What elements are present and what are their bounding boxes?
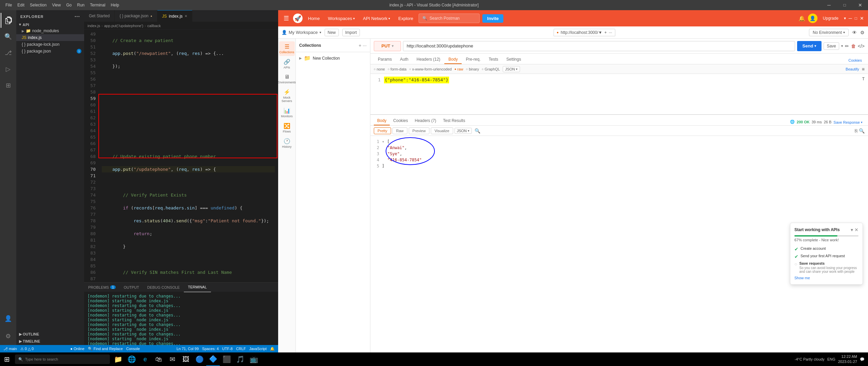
resp-search-icon[interactable]: 🔍 bbox=[859, 128, 865, 134]
postman-hamburger[interactable]: ☰ bbox=[282, 13, 290, 23]
status-branch[interactable]: ⎇ main bbox=[3, 347, 17, 351]
sidebar-item-flows[interactable]: 🔀 Flows bbox=[279, 121, 295, 135]
resp-subtab-pretty[interactable]: Pretty bbox=[374, 127, 391, 134]
workspace-settings-icon[interactable]: ⚙ bbox=[860, 30, 865, 35]
tab-terminal[interactable]: TERMINAL bbox=[184, 283, 211, 292]
method-selector[interactable]: PUT ▾ bbox=[374, 41, 401, 51]
activity-accounts[interactable]: 👤 bbox=[1, 311, 16, 326]
windows-start-btn[interactable]: ⊞ bbox=[0, 352, 14, 366]
save-arrow-icon[interactable]: ▾ bbox=[841, 44, 843, 48]
postman-upgrade-btn[interactable]: Upgrade bbox=[820, 15, 841, 22]
terminal-content[interactable]: [nodemon] restarting due to changes... [… bbox=[84, 292, 278, 345]
activity-extensions[interactable]: ⊞ bbox=[1, 78, 16, 93]
tab-get-started[interactable]: Get Started bbox=[84, 10, 115, 22]
taskbar-app-mail[interactable]: ✉ bbox=[166, 352, 179, 366]
resp-search-icon-btn[interactable]: 🔍 bbox=[475, 128, 480, 134]
postman-close-btn[interactable]: ✕ bbox=[860, 16, 864, 21]
explorer-item-package-lock[interactable]: { } package-lock.json bbox=[16, 41, 84, 48]
save-response-btn[interactable]: Save Response ▾ bbox=[831, 119, 865, 125]
nav-api-network[interactable]: API Network ▾ bbox=[360, 15, 393, 22]
edit-icon[interactable]: ✏ bbox=[845, 43, 849, 49]
status-notification[interactable]: 🔔 bbox=[270, 347, 275, 351]
import-btn[interactable]: Import bbox=[342, 29, 360, 36]
popup-collapse-icon[interactable]: ▾ bbox=[851, 227, 853, 232]
resp-tab-test-results[interactable]: Test Results bbox=[440, 117, 468, 125]
resp-copy-icon[interactable]: ⎘ bbox=[855, 128, 857, 134]
sidebar-item-history[interactable]: 🕐 History bbox=[279, 136, 295, 150]
sidebar-item-apis[interactable]: 🔗 APIs bbox=[279, 57, 295, 71]
close-btn[interactable]: ✕ bbox=[852, 0, 868, 10]
taskbar-app-edge[interactable]: 🌐 bbox=[125, 352, 138, 366]
explorer-item-node-modules[interactable]: ▶ 📁 node_modules bbox=[16, 27, 84, 34]
code-icon[interactable]: </> bbox=[858, 43, 865, 49]
popup-close-icon[interactable]: ✕ bbox=[854, 227, 859, 232]
activity-git[interactable]: ⎇ bbox=[1, 45, 16, 60]
activity-settings[interactable]: ⚙ bbox=[1, 329, 16, 344]
send-button[interactable]: Send ▾ bbox=[797, 41, 822, 51]
explorer-menu-icon[interactable]: ··· bbox=[75, 14, 80, 20]
body-format-urlencoded[interactable]: ○ x-www-form-urlencoded bbox=[409, 67, 451, 71]
request-url-tab[interactable]: ● http://localhost:3000/▼ + ··· bbox=[554, 29, 615, 36]
body-type-selector[interactable]: JSON ▾ bbox=[503, 66, 520, 72]
tab-package-json[interactable]: { } package.json ● bbox=[115, 10, 157, 22]
collections-menu-icon[interactable]: ··· bbox=[363, 43, 367, 48]
postman-minimize-btn[interactable]: ─ bbox=[849, 16, 852, 21]
sidebar-item-monitors[interactable]: 📊 Monitors bbox=[279, 105, 295, 120]
body-line-wrap-btn[interactable]: T bbox=[862, 77, 865, 81]
resp-tab-body[interactable]: Body bbox=[374, 117, 390, 125]
outline-section[interactable]: ▶ OUTLINE bbox=[16, 331, 84, 338]
sidebar-item-mock-servers[interactable]: ⚡ Mock Servers bbox=[279, 87, 295, 105]
resp-format-selector[interactable]: JSON ▾ bbox=[455, 128, 472, 134]
body-format-binary[interactable]: ○ binary bbox=[466, 67, 479, 71]
menu-view[interactable]: View bbox=[49, 0, 63, 10]
nav-home[interactable]: Home bbox=[305, 15, 323, 22]
activity-explorer[interactable] bbox=[1, 13, 16, 28]
tab-output[interactable]: OUTPUT bbox=[120, 283, 143, 292]
postman-bell-icon[interactable]: 🔔 bbox=[798, 15, 805, 22]
beautify-btn[interactable]: Beautify bbox=[846, 67, 859, 71]
postman-invite-btn[interactable]: Invite bbox=[482, 14, 503, 23]
body-format-graphql[interactable]: ○ GraphQL bbox=[482, 67, 500, 71]
menu-selection[interactable]: Selection bbox=[27, 0, 49, 10]
req-tab-headers[interactable]: Headers (12) bbox=[412, 55, 444, 64]
taskbar-app-ie[interactable]: e bbox=[138, 352, 152, 366]
req-tab-settings[interactable]: Settings bbox=[502, 55, 525, 64]
tab-index-js[interactable]: JS index.js ✕ bbox=[157, 10, 193, 22]
url-input[interactable] bbox=[403, 41, 795, 51]
req-tab-tests[interactable]: Tests bbox=[485, 55, 502, 64]
workspace-eye-icon[interactable]: 👁 bbox=[852, 30, 857, 35]
delete-icon[interactable]: 🗑 bbox=[851, 43, 856, 49]
collections-add-icon[interactable]: + bbox=[359, 43, 361, 48]
taskbar-app-store[interactable]: 🛍 bbox=[152, 352, 166, 366]
new-btn[interactable]: New bbox=[325, 29, 339, 36]
taskbar-search[interactable]: 🔍 Type here to search bbox=[15, 354, 110, 364]
taskbar-app-file-explorer[interactable]: 📁 bbox=[111, 352, 125, 366]
cookies-btn[interactable]: Cookies bbox=[846, 57, 865, 64]
taskbar-app-vscode[interactable]: 🔷 bbox=[206, 352, 220, 366]
req-tab-prereq[interactable]: Pre-req. bbox=[462, 55, 484, 64]
taskbar-app-terminal[interactable]: ⬛ bbox=[220, 352, 233, 366]
save-button[interactable]: Save bbox=[824, 42, 839, 50]
taskbar-app-netflix[interactable]: 📺 bbox=[247, 352, 261, 366]
req-tab-auth[interactable]: Auth bbox=[396, 55, 412, 64]
body-content[interactable]: 1 {"phone":"416-854-7854"} T bbox=[370, 74, 868, 115]
postman-maximize-btn[interactable]: □ bbox=[855, 16, 857, 21]
sidebar-item-environments[interactable]: 🖥 Environments bbox=[279, 72, 295, 86]
show-me-link[interactable]: Show me bbox=[794, 276, 810, 280]
req-tab-body[interactable]: Body bbox=[444, 55, 462, 64]
tab-problems[interactable]: PROBLEMS 1 bbox=[84, 283, 120, 292]
collection-item-new[interactable]: ▶ 📁 New Collection bbox=[296, 52, 370, 64]
taskbar-app-spotify[interactable]: 🎵 bbox=[233, 352, 247, 366]
code-editor[interactable]: 4950515253 5455565758 5960616263 6465666… bbox=[84, 29, 278, 282]
body-format-none[interactable]: ○ none bbox=[374, 67, 385, 71]
explorer-item-package-json[interactable]: { }package.json 1 bbox=[16, 48, 84, 55]
resp-tab-headers[interactable]: Headers (7) bbox=[411, 117, 440, 125]
close-tab-icon[interactable]: ✕ bbox=[185, 14, 187, 18]
body-format-form-data[interactable]: ○ form-data bbox=[388, 67, 407, 71]
code-content[interactable]: // Create a new patient app.post("/newpa… bbox=[98, 29, 278, 282]
nav-explore[interactable]: Explore bbox=[396, 15, 416, 22]
workspace-label[interactable]: 👤 My Workspace ▾ bbox=[282, 30, 321, 35]
taskbar-app-chrome[interactable]: 🔵 bbox=[193, 352, 206, 366]
activity-debug[interactable]: ▷ bbox=[1, 62, 16, 77]
body-line-wrap-icon[interactable]: ≡ bbox=[862, 66, 865, 72]
